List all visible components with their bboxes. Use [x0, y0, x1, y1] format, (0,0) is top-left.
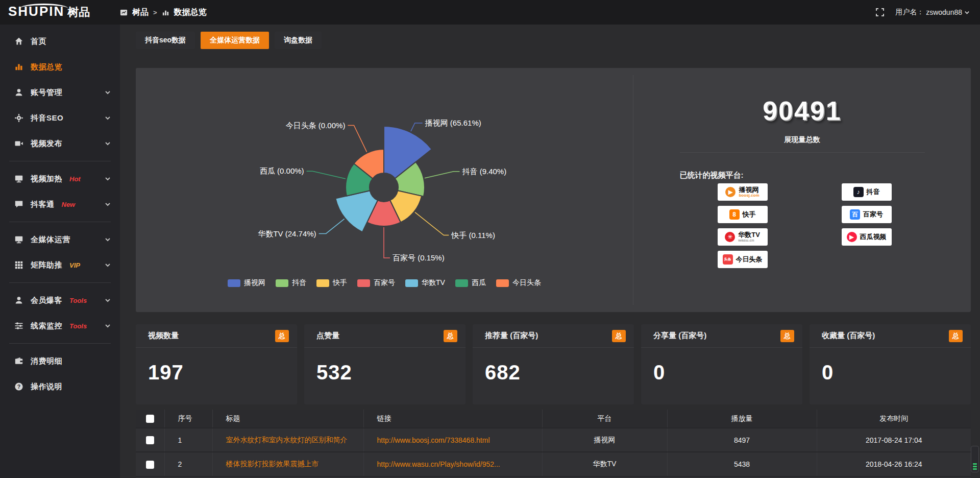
tab-media-operation-data[interactable]: 全媒体运营数据 — [201, 32, 269, 49]
legend-swatch — [405, 279, 418, 287]
sidebar-item-douketong[interactable]: 抖客通New — [0, 192, 120, 217]
select-all-checkbox[interactable] — [146, 415, 154, 423]
chevron-down-icon — [105, 89, 111, 95]
stat-card-分享量 (百家号): 分享量 (百家号)总0 — [641, 324, 802, 404]
cell-platform: 华数TV — [542, 452, 667, 476]
sidebar-item-douyin-seo[interactable]: 抖音SEO — [0, 105, 120, 131]
sidebar-item-account-management[interactable]: 账号管理 — [0, 80, 120, 105]
stat-card-value: 0 — [641, 348, 802, 384]
legend-item-今日头条[interactable]: 今日头条 — [496, 278, 541, 288]
chevron-down-icon — [105, 297, 111, 303]
legend-label: 百家号 — [374, 278, 395, 288]
legend-item-华数TV[interactable]: 华数TV — [405, 278, 445, 288]
stat-card-header: 推荐量 (百家号)总 — [473, 324, 634, 348]
breadcrumb-root[interactable]: 树品 — [132, 7, 149, 18]
sidebar-item-member-baoke[interactable]: 会员爆客Tools — [0, 288, 120, 313]
sliders-icon — [14, 321, 23, 330]
sidebar-divider — [9, 282, 111, 283]
sidebar-item-consume-detail[interactable]: 消费明细 — [0, 348, 120, 374]
platform-name: 抖音 — [867, 188, 880, 196]
total-badge[interactable]: 总 — [444, 330, 457, 342]
table-header-发布时间: 发布时间 — [817, 410, 971, 428]
sidebar-item-label: 视频加热 — [31, 174, 62, 184]
logo-text-cn: 树品 — [67, 5, 90, 20]
row-checkbox[interactable] — [146, 436, 154, 444]
sidebar-item-video-publish[interactable]: 视频发布 — [0, 131, 120, 156]
sidebar-item-media-operation[interactable]: 全媒体运营 — [0, 227, 120, 252]
table-header-平台: 平台 — [542, 410, 667, 428]
user-icon — [14, 296, 23, 305]
tab-inquiry-data[interactable]: 询盘数据 — [275, 32, 322, 49]
pie-label-line — [415, 212, 449, 235]
monitor-icon — [14, 174, 23, 183]
platform-brand-icon: ▶ — [725, 187, 736, 197]
tab-douyin-seo-data[interactable]: 抖音seo数据 — [136, 32, 195, 49]
legend-item-快手[interactable]: 快手 — [316, 278, 347, 288]
breadcrumb-root-icon — [120, 9, 128, 16]
legend-label: 快手 — [333, 278, 347, 288]
browser-extension-widget[interactable] — [971, 446, 979, 472]
sidebar-item-lead-monitor[interactable]: 线索监控Tools — [0, 313, 120, 339]
legend-item-播视网[interactable]: 播视网 — [228, 278, 265, 288]
pie-label: 快手 (0.11%) — [451, 231, 495, 240]
legend-label: 播视网 — [244, 278, 265, 288]
pie-label: 华数TV (24.74%) — [257, 229, 316, 238]
sidebar-item-label: 矩阵助推 — [31, 260, 62, 270]
pie-label-line — [319, 219, 345, 234]
cell-title[interactable]: 室外水纹灯和室内水纹灯的区别和简介 — [212, 428, 363, 452]
breadcrumb-current[interactable]: 数据总览 — [174, 7, 207, 18]
platform-name: 西瓜视频 — [860, 233, 887, 241]
platform-logo-快手: 8快手 — [718, 206, 768, 223]
chevron-down-icon — [105, 262, 111, 268]
pie-label: 播视网 (65.61%) — [425, 118, 481, 127]
legend-item-西瓜[interactable]: 西瓜 — [455, 278, 486, 288]
chevron-down-icon — [105, 140, 111, 147]
platform-name: 今日头条 — [736, 256, 763, 263]
stat-card-label: 推荐量 (百家号) — [485, 331, 538, 341]
pie-label: 抖音 (9.40%) — [462, 167, 507, 176]
cell-link[interactable]: http://www.wasu.cn/Play/show/id/952... — [363, 452, 542, 476]
sidebar-item-label: 抖客通 — [31, 200, 55, 209]
sidebar-item-home[interactable]: 首页 — [0, 29, 120, 54]
user-icon — [14, 88, 23, 97]
sidebar-item-operation-guide[interactable]: ?操作说明 — [0, 374, 120, 399]
pie-label: 西瓜 (0.00%) — [260, 166, 304, 175]
total-badge[interactable]: 总 — [949, 330, 963, 342]
rose-pie-chart[interactable]: 播视网 (65.61%)抖音 (9.40%)快手 (0.11%)百家号 (0.1… — [136, 68, 633, 272]
sidebar-item-video-heat[interactable]: 视频加热Hot — [0, 166, 120, 192]
legend-swatch — [496, 279, 509, 287]
svg-text:?: ? — [17, 384, 20, 390]
cell-link[interactable]: http://www.boosj.com/7338468.html — [363, 428, 542, 452]
stat-card-value: 197 — [136, 348, 297, 384]
platform-logo-抖音: ♪抖音 — [842, 183, 892, 201]
row-checkbox[interactable] — [146, 461, 154, 469]
counted-platforms: 已统计的视频平台: ▶播视网boosj.com8快手✳华数TVwasu.cn头条… — [680, 171, 925, 268]
platform-logo-华数TV: ✳华数TVwasu.cn — [718, 228, 768, 246]
stat-card-header: 收藏量 (百家号)总 — [810, 324, 971, 348]
pie-label-line — [425, 172, 460, 178]
select-all-header — [136, 410, 164, 428]
fullscreen-icon[interactable] — [876, 8, 884, 16]
sidebar-item-data-overview[interactable]: 数据总览 — [0, 54, 120, 80]
cell-title[interactable]: 楼体投影灯投影效果震撼上市 — [212, 452, 363, 476]
sidebar-item-badge: Tools — [69, 322, 87, 330]
impressions-total-label: 展现量总数 — [785, 135, 820, 145]
legend-label: 今日头条 — [512, 278, 541, 288]
app-logo: SHUPIN 树品 — [0, 5, 120, 20]
pie-slice-华数TV[interactable] — [335, 190, 378, 232]
breadcrumb-current-icon — [162, 9, 169, 16]
user-menu[interactable]: 用户名： zswodun88 — [895, 8, 970, 17]
total-badge[interactable]: 总 — [275, 330, 289, 342]
sidebar-item-label: 线索监控 — [31, 321, 62, 331]
platform-brand-icon: ▶ — [847, 232, 857, 242]
main-content: 抖音seo数据全媒体运营数据询盘数据 播视网 (65.61%)抖音 (9.40%… — [120, 25, 980, 478]
total-badge[interactable]: 总 — [780, 330, 794, 342]
sidebar-item-matrix-boost[interactable]: 矩阵助推VIP — [0, 252, 120, 278]
chart-legend: 播视网抖音快手百家号华数TV西瓜今日头条 — [136, 278, 633, 288]
pie-label-line — [348, 125, 366, 152]
sidebar-item-label: 数据总览 — [31, 62, 62, 72]
legend-item-抖音[interactable]: 抖音 — [276, 278, 306, 288]
legend-item-百家号[interactable]: 百家号 — [357, 278, 395, 288]
cell-platform: 播视网 — [542, 428, 667, 452]
total-badge[interactable]: 总 — [612, 330, 626, 342]
